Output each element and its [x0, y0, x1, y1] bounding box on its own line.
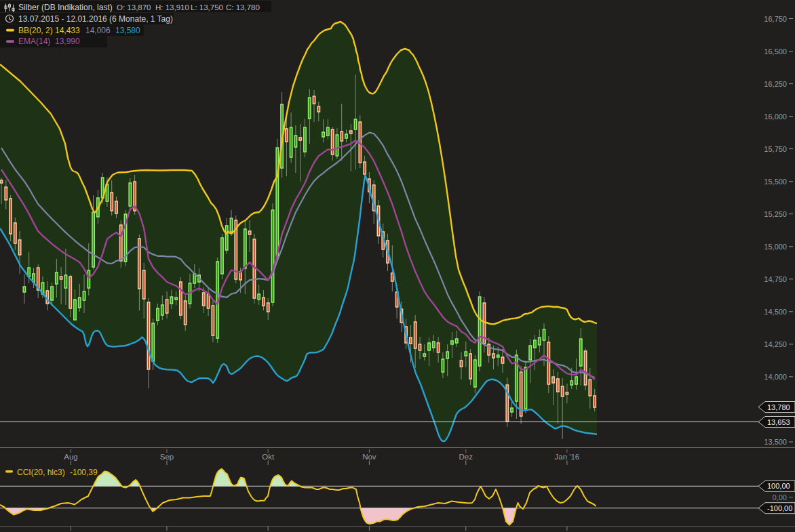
svg-text:C: 13,780: C: 13,780: [226, 3, 260, 12]
svg-text:Nov: Nov: [362, 453, 376, 461]
svg-text:-100,00: -100,00: [767, 504, 792, 512]
svg-text:16,000: 16,000: [764, 112, 787, 121]
svg-text:16,750: 16,750: [764, 15, 787, 23]
svg-text:-100,39: -100,39: [70, 468, 98, 477]
svg-text:15,500: 15,500: [764, 178, 787, 186]
svg-text:13,780: 13,780: [767, 403, 790, 411]
svg-text:Jan '16: Jan '16: [555, 453, 580, 461]
svg-text:BB(20, 2): BB(20, 2): [18, 26, 53, 35]
svg-text:13,580: 13,580: [115, 26, 140, 35]
svg-text:L: 13,750: L: 13,750: [191, 3, 223, 12]
svg-text:14,433: 14,433: [55, 26, 80, 35]
svg-text:14,500: 14,500: [764, 308, 787, 316]
svg-text:14,006: 14,006: [85, 26, 111, 35]
svg-text:100,00: 100,00: [767, 482, 790, 490]
svg-text:13,990: 13,990: [55, 37, 80, 46]
svg-text:Aug: Aug: [64, 453, 77, 461]
svg-text:13.07.2015 - 12.01.2016 (6 Mon: 13.07.2015 - 12.01.2016 (6 Monate, 1 Tag…: [18, 14, 173, 24]
svg-text:EMA(14): EMA(14): [18, 37, 50, 46]
svg-text:Sep: Sep: [160, 453, 174, 461]
svg-text:14,250: 14,250: [764, 340, 787, 348]
svg-text:0,00: 0,00: [773, 493, 787, 502]
svg-text:CCI(20, hlc3): CCI(20, hlc3): [17, 468, 65, 477]
svg-text:Silber (DB Indikation, last): Silber (DB Indikation, last): [18, 3, 113, 12]
svg-text:15,250: 15,250: [764, 210, 787, 218]
svg-text:Dez: Dez: [459, 453, 473, 461]
svg-text:16,500: 16,500: [764, 47, 787, 56]
svg-text:16,250: 16,250: [764, 80, 787, 88]
svg-text:13,653: 13,653: [767, 418, 790, 426]
svg-text:Okt: Okt: [262, 453, 275, 461]
svg-text:O: 13,870: O: 13,870: [117, 3, 151, 12]
svg-text:15,000: 15,000: [764, 243, 787, 251]
svg-text:15,750: 15,750: [764, 145, 787, 153]
svg-text:14,750: 14,750: [764, 275, 787, 283]
svg-text:13,500: 13,500: [764, 438, 787, 446]
svg-text:14,000: 14,000: [764, 373, 787, 381]
svg-text:H: 13,910: H: 13,910: [155, 3, 189, 12]
